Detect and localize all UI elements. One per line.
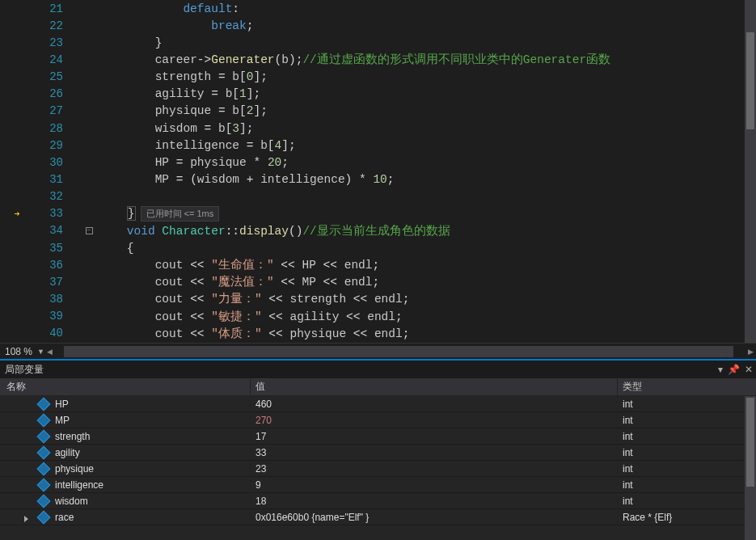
line-number: 29 (34, 139, 74, 152)
code-line[interactable]: 31 MP = (wisdom + intelligence) * 10; (0, 171, 756, 188)
code-text[interactable]: strength = b[0]; (95, 70, 268, 83)
line-number: 31 (34, 173, 74, 186)
variable-value[interactable]: 9 (256, 479, 261, 491)
line-number: 30 (34, 156, 74, 169)
hscroll-left-icon[interactable]: ◀ (44, 346, 56, 357)
line-number: 33 (34, 207, 74, 220)
code-line[interactable]: 26 agility = b[1]; (0, 86, 756, 103)
code-text[interactable]: { (95, 242, 134, 255)
code-line[interactable]: 30 HP = physique * 20; (0, 154, 756, 171)
variable-icon (37, 478, 51, 491)
editor-vertical-scrollbar[interactable] (745, 0, 756, 343)
variable-name: agility (55, 447, 80, 458)
variable-type: int (623, 463, 633, 475)
code-line[interactable]: 36 cout << "生命值：" << HP << endl; (0, 256, 756, 273)
locals-header-type[interactable]: 类型 (618, 378, 756, 395)
code-text[interactable]: void Character::display()//显示当前生成角色的数据 (95, 223, 450, 238)
locals-row[interactable]: wisdom18int (0, 493, 756, 509)
code-line[interactable]: 22 break; (0, 17, 756, 34)
code-line[interactable]: 24 career->Generater(b);//通过虚函数的形式调用不同职业… (0, 51, 756, 68)
zoom-dropdown-icon[interactable]: ▼ (37, 348, 44, 356)
code-line[interactable]: 34− void Character::display()//显示当前生成角色的… (0, 222, 756, 239)
locals-row[interactable]: race0x016e60b0 {name="Elf" }Race * {Elf} (0, 509, 756, 525)
locals-header-value[interactable]: 值 (251, 378, 618, 395)
variable-name: strength (55, 431, 90, 442)
locals-title-bar[interactable]: 局部变量 ▾ 📌 ✕ (0, 361, 756, 378)
line-number: 39 (34, 310, 74, 323)
editor-status-bar: 108 % ▼ ◀ ▶ (0, 343, 756, 359)
code-line[interactable]: 39 cout << "敏捷：" << agility << endl; (0, 308, 756, 325)
code-line[interactable]: 35 { (0, 239, 756, 256)
line-number: 28 (34, 122, 74, 135)
variable-value[interactable]: 17 (256, 431, 266, 442)
locals-panel: 局部变量 ▾ 📌 ✕ 名称 值 类型 HP460intMP270intstren… (0, 359, 756, 540)
code-text[interactable]: cout << "生命值：" << HP << endl; (95, 257, 379, 272)
code-line[interactable]: 23 } (0, 34, 756, 51)
locals-row[interactable]: MP270int (0, 412, 756, 428)
variable-icon (37, 429, 51, 443)
variable-icon (37, 397, 51, 411)
locals-title-text: 局部变量 (5, 363, 44, 377)
editor-horizontal-scrollbar[interactable] (64, 346, 733, 357)
code-text[interactable]: cout << "体质：" << physique << endl; (95, 326, 409, 341)
code-line[interactable]: 21 default: (0, 0, 756, 17)
line-number: 37 (34, 276, 74, 289)
code-text[interactable]: career->Generater(b);//通过虚函数的形式调用不同职业类中的… (95, 52, 610, 67)
variable-value[interactable]: 460 (256, 399, 272, 410)
variable-type: int (623, 479, 633, 491)
locals-row[interactable]: physique23int (0, 461, 756, 477)
line-number: 36 (34, 259, 74, 272)
fold-toggle-icon[interactable]: − (86, 227, 93, 234)
zoom-level[interactable]: 108 % (5, 346, 32, 357)
code-line[interactable]: 32 (0, 188, 756, 205)
window-dropdown-icon[interactable]: ▾ (718, 364, 723, 375)
code-text[interactable]: break; (95, 19, 253, 32)
code-line[interactable]: 38 cout << "力量：" << strength << endl; (0, 290, 756, 307)
variable-icon (37, 413, 51, 427)
perf-hint[interactable]: 已用时间 <= 1ms (141, 206, 220, 221)
code-text[interactable]: wisdom = b[3]; (95, 122, 253, 135)
variable-value[interactable]: 18 (256, 496, 266, 507)
code-text[interactable]: cout << "敏捷：" << agility << endl; (95, 309, 403, 324)
code-text[interactable]: default: (95, 2, 239, 15)
code-text[interactable]: intelligence = b[4]; (95, 139, 296, 152)
locals-row[interactable]: intelligence9int (0, 477, 756, 493)
code-text[interactable]: cout << "魔法值：" << MP << endl; (95, 274, 379, 289)
code-line[interactable]: ➔33 }已用时间 <= 1ms (0, 205, 756, 222)
line-number: 40 (34, 327, 74, 340)
locals-vertical-scrollbar[interactable] (745, 396, 756, 540)
variable-value[interactable]: 0x016e60b0 {name="Elf" } (256, 512, 369, 523)
close-icon[interactable]: ✕ (745, 364, 753, 375)
locals-row[interactable]: HP460int (0, 396, 756, 412)
pin-icon[interactable]: 📌 (728, 364, 740, 375)
code-text[interactable]: HP = physique * 20; (95, 156, 289, 169)
variable-value[interactable]: 270 (256, 415, 272, 426)
code-text[interactable]: MP = (wisdom + intelligence) * 10; (95, 173, 395, 186)
code-line[interactable]: 37 cout << "魔法值：" << MP << endl; (0, 273, 756, 290)
code-text[interactable]: }已用时间 <= 1ms (95, 206, 219, 221)
hscroll-right-icon[interactable]: ▶ (745, 346, 756, 357)
execution-pointer-icon: ➔ (14, 208, 19, 220)
code-line[interactable]: 40 cout << "体质：" << physique << endl; (0, 325, 756, 342)
line-number: 35 (34, 242, 74, 255)
locals-header-name[interactable]: 名称 (0, 378, 251, 395)
line-number: 34 (34, 224, 74, 237)
line-number: 22 (34, 19, 74, 32)
code-editor[interactable]: 21 default:22 break;23 }24 career->Gener… (0, 0, 756, 343)
variable-value[interactable]: 23 (256, 463, 266, 475)
code-text[interactable]: agility = b[1]; (95, 87, 260, 100)
locals-row[interactable]: strength17int (0, 428, 756, 445)
line-number: 32 (34, 190, 74, 203)
code-line[interactable]: 28 wisdom = b[3]; (0, 120, 756, 137)
line-number: 25 (34, 70, 74, 83)
expand-icon[interactable] (24, 516, 28, 522)
code-text[interactable]: physique = b[2]; (95, 104, 268, 117)
line-number: 23 (34, 36, 74, 49)
code-line[interactable]: 25 strength = b[0]; (0, 69, 756, 86)
code-line[interactable]: 27 physique = b[2]; (0, 103, 756, 120)
locals-row[interactable]: agility33int (0, 445, 756, 461)
code-line[interactable]: 29 intelligence = b[4]; (0, 137, 756, 154)
code-text[interactable]: } (95, 36, 162, 49)
code-text[interactable]: cout << "力量：" << strength << endl; (95, 291, 409, 306)
variable-value[interactable]: 33 (256, 447, 266, 458)
